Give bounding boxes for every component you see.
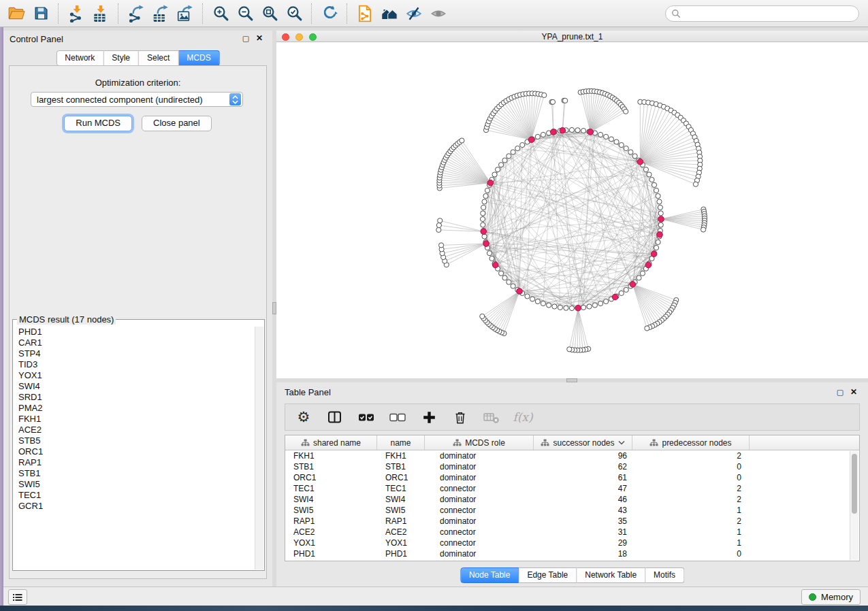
graph-node[interactable] bbox=[558, 305, 562, 310]
float-table-panel-button[interactable]: ▢ bbox=[835, 387, 845, 397]
mcds-result-item[interactable]: GCR1 bbox=[14, 501, 255, 512]
select-all-columns-button[interactable] bbox=[357, 408, 375, 426]
mcds-node[interactable] bbox=[612, 294, 618, 300]
graph-node[interactable] bbox=[652, 182, 656, 187]
search-field[interactable] bbox=[665, 5, 859, 22]
mcds-node[interactable] bbox=[487, 180, 494, 186]
graph-node[interactable] bbox=[541, 301, 545, 306]
close-panel-button[interactable]: ✕ bbox=[255, 33, 264, 43]
graph-node[interactable] bbox=[460, 138, 464, 143]
graph-node[interactable] bbox=[654, 246, 658, 250]
graph-node[interactable] bbox=[637, 276, 641, 280]
graph-node[interactable] bbox=[569, 306, 574, 310]
graph-node[interactable] bbox=[492, 172, 497, 177]
table-row[interactable]: ORC1ORC1dominator610 bbox=[285, 472, 859, 483]
zoom-out-button[interactable] bbox=[233, 2, 257, 25]
export-table-button[interactable] bbox=[148, 2, 173, 25]
mcds-result-item[interactable]: PHD1 bbox=[14, 327, 255, 337]
float-panel-button[interactable]: ▢ bbox=[241, 33, 251, 43]
hide-selected-button[interactable] bbox=[402, 2, 426, 25]
graph-node[interactable] bbox=[654, 188, 658, 193]
mcds-result-item[interactable]: ACE2 bbox=[14, 425, 255, 435]
graph-node[interactable] bbox=[575, 128, 580, 133]
graph-node[interactable] bbox=[507, 280, 511, 284]
graph-node[interactable] bbox=[624, 287, 628, 292]
mcds-result-item[interactable]: TID3 bbox=[14, 359, 255, 370]
graph-node[interactable] bbox=[604, 299, 609, 303]
table-settings-button[interactable]: ⚙ bbox=[295, 408, 312, 426]
graph-node[interactable] bbox=[495, 167, 500, 172]
graph-node[interactable] bbox=[569, 127, 574, 132]
network-canvas[interactable] bbox=[276, 42, 868, 378]
graph-node[interactable] bbox=[511, 284, 515, 288]
mcds-node[interactable] bbox=[645, 262, 652, 268]
column-header-predecessor-nodes[interactable]: predecessor nodes bbox=[632, 435, 750, 450]
mcds-node[interactable] bbox=[481, 229, 487, 235]
table-row[interactable]: RAP1RAP1dominator352 bbox=[285, 516, 859, 527]
graph-node[interactable] bbox=[485, 188, 489, 193]
graph-node[interactable] bbox=[693, 182, 698, 186]
graph-node[interactable] bbox=[436, 227, 441, 232]
mcds-result-item[interactable]: STB5 bbox=[14, 435, 255, 446]
graph-node[interactable] bbox=[592, 303, 597, 308]
graph-node[interactable] bbox=[498, 163, 503, 167]
graph-node[interactable] bbox=[658, 205, 662, 210]
mcds-node[interactable] bbox=[651, 251, 657, 257]
graph-node[interactable] bbox=[619, 142, 624, 147]
tab-edge-table[interactable]: Edge Table bbox=[519, 567, 577, 583]
graph-node[interactable] bbox=[546, 303, 551, 308]
mcds-node[interactable] bbox=[588, 129, 594, 135]
mcds-result-item[interactable]: PMA2 bbox=[14, 403, 255, 414]
table-row[interactable]: TEC1TEC1connector472 bbox=[285, 483, 859, 494]
mcds-result-item[interactable]: STP4 bbox=[14, 348, 255, 359]
mcds-node[interactable] bbox=[637, 159, 643, 165]
graph-node[interactable] bbox=[649, 177, 654, 182]
zoom-selected-button[interactable] bbox=[282, 2, 306, 25]
mcds-node[interactable] bbox=[630, 282, 636, 288]
graph-node[interactable] bbox=[658, 211, 663, 216]
mcds-node[interactable] bbox=[560, 127, 566, 133]
mcds-node[interactable] bbox=[528, 137, 534, 143]
graph-node[interactable] bbox=[483, 193, 488, 198]
graph-node[interactable] bbox=[632, 154, 637, 159]
mcds-result-item[interactable]: RAP1 bbox=[14, 457, 255, 468]
graph-node[interactable] bbox=[481, 222, 485, 227]
graph-node[interactable] bbox=[480, 314, 485, 318]
table-scrollbar[interactable] bbox=[850, 451, 858, 560]
export-image-button[interactable] bbox=[173, 2, 197, 25]
tab-motifs[interactable]: Motifs bbox=[645, 567, 684, 583]
graph-node[interactable] bbox=[481, 205, 486, 210]
refresh-layout-button[interactable] bbox=[317, 2, 342, 25]
zoom-in-button[interactable] bbox=[208, 2, 233, 25]
graph-node[interactable] bbox=[564, 306, 568, 310]
graph-node[interactable] bbox=[581, 305, 585, 310]
graph-node[interactable] bbox=[658, 222, 663, 227]
tab-network[interactable]: Network bbox=[56, 50, 103, 66]
graph-node[interactable] bbox=[614, 139, 619, 144]
graph-node[interactable] bbox=[619, 291, 624, 295]
network-graph[interactable] bbox=[276, 42, 868, 378]
graph-node[interactable] bbox=[643, 167, 648, 172]
graph-node[interactable] bbox=[604, 134, 609, 139]
graph-node[interactable] bbox=[598, 132, 603, 137]
graph-node[interactable] bbox=[507, 154, 511, 159]
graph-node[interactable] bbox=[481, 211, 485, 216]
mcds-result-item[interactable]: SRD1 bbox=[14, 392, 255, 403]
graph-node[interactable] bbox=[502, 158, 507, 163]
import-network-button[interactable] bbox=[64, 2, 89, 25]
deselect-all-columns-button[interactable] bbox=[389, 408, 406, 426]
open-file-button[interactable] bbox=[4, 2, 29, 25]
graph-node[interactable] bbox=[624, 109, 628, 114]
graph-node[interactable] bbox=[487, 251, 492, 256]
tab-style[interactable]: Style bbox=[103, 50, 139, 66]
mcds-node[interactable] bbox=[483, 241, 489, 247]
graph-node[interactable] bbox=[515, 146, 520, 150]
function-builder-button[interactable]: f(x) bbox=[514, 408, 532, 426]
table-row[interactable]: FKH1FKH1dominator962 bbox=[285, 450, 859, 461]
delete-table-button[interactable] bbox=[483, 408, 500, 426]
graph-node[interactable] bbox=[530, 297, 534, 301]
graph-node[interactable] bbox=[701, 227, 705, 232]
table-row[interactable]: SWI5SWI5connector431 bbox=[285, 505, 859, 516]
table-row[interactable]: SWI4SWI4dominator462 bbox=[285, 494, 859, 505]
graph-node[interactable] bbox=[563, 98, 568, 103]
